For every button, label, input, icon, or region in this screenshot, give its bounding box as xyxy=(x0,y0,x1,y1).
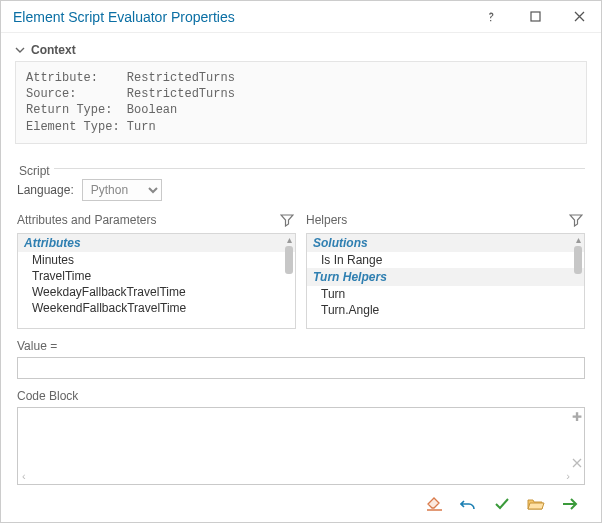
ctx-lbl-element-type: Element Type: xyxy=(26,120,120,134)
horizontal-scrollbar[interactable]: ‹ › xyxy=(22,470,570,482)
svg-rect-0 xyxy=(531,12,540,21)
codeblock-area[interactable]: ✚ ‹ › xyxy=(17,407,585,485)
check-icon xyxy=(494,496,510,512)
close-button[interactable] xyxy=(557,1,601,32)
chevron-down-icon xyxy=(15,45,25,55)
value-input[interactable] xyxy=(17,357,585,379)
list-item[interactable]: Turn.Angle xyxy=(307,302,584,318)
erase-button[interactable] xyxy=(425,495,443,513)
context-title: Context xyxy=(31,43,76,57)
language-select[interactable]: Python xyxy=(82,179,162,201)
ctx-val-source: RestrictedTurns xyxy=(127,87,235,101)
scroll-thumb[interactable] xyxy=(285,246,293,274)
attrs-header: Attributes and Parameters xyxy=(17,213,156,227)
codeblock-label: Code Block xyxy=(17,389,585,403)
folder-open-icon xyxy=(527,497,545,511)
helpers-category: Solutions xyxy=(307,234,584,252)
ctx-lbl-attribute: Attribute: xyxy=(26,71,98,85)
plus-icon[interactable]: ✚ xyxy=(572,410,582,424)
scroll-right-icon[interactable]: › xyxy=(566,470,570,482)
ctx-val-return-type: Boolean xyxy=(127,103,177,117)
funnel-icon xyxy=(280,213,294,227)
scroll-up-icon[interactable]: ▴ xyxy=(285,236,293,244)
attrs-filter-button[interactable] xyxy=(278,211,296,229)
scroll-left-icon[interactable]: ‹ xyxy=(22,470,26,482)
script-toolbar xyxy=(17,485,585,519)
undo-icon xyxy=(460,496,476,512)
list-item[interactable]: Minutes xyxy=(18,252,295,268)
helpers-header: Helpers xyxy=(306,213,347,227)
arrow-right-icon xyxy=(562,497,578,511)
helpers-filter-button[interactable] xyxy=(567,211,585,229)
list-item[interactable]: WeekdayFallbackTravelTime xyxy=(18,284,295,300)
funnel-icon xyxy=(569,213,583,227)
helpers-category: Turn Helpers xyxy=(307,268,584,286)
times-icon[interactable] xyxy=(572,458,582,468)
list-item[interactable]: TravelTime xyxy=(18,268,295,284)
validate-button[interactable] xyxy=(493,495,511,513)
context-header[interactable]: Context xyxy=(15,43,587,57)
scroll-thumb[interactable] xyxy=(574,246,582,274)
scrollbar[interactable]: ▴ xyxy=(285,236,293,326)
maximize-button[interactable] xyxy=(513,1,557,32)
value-label: Value = xyxy=(17,339,585,353)
helpers-listbox[interactable]: Solutions Is In Range Turn Helpers Turn … xyxy=(306,233,585,329)
vertical-scrollbar[interactable]: ✚ xyxy=(572,410,582,468)
undo-button[interactable] xyxy=(459,495,477,513)
attrs-category: Attributes xyxy=(18,234,295,252)
export-button[interactable] xyxy=(561,495,579,513)
window-title: Element Script Evaluator Properties xyxy=(13,9,469,25)
ctx-lbl-return-type: Return Type: xyxy=(26,103,112,117)
titlebar: Element Script Evaluator Properties xyxy=(1,1,601,33)
list-item[interactable]: Is In Range xyxy=(307,252,584,268)
language-label: Language: xyxy=(17,183,74,197)
list-item[interactable]: WeekendFallbackTravelTime xyxy=(18,300,295,316)
list-item[interactable]: Turn xyxy=(307,286,584,302)
ctx-val-attribute: RestrictedTurns xyxy=(127,71,235,85)
context-box: Attribute: RestrictedTurns Source: Restr… xyxy=(15,61,587,144)
scrollbar[interactable]: ▴ xyxy=(574,236,582,326)
help-button[interactable] xyxy=(469,1,513,32)
ctx-val-element-type: Turn xyxy=(127,120,156,134)
script-legend: Script xyxy=(15,164,54,178)
ctx-lbl-source: Source: xyxy=(26,87,76,101)
open-button[interactable] xyxy=(527,495,545,513)
scroll-up-icon[interactable]: ▴ xyxy=(574,236,582,244)
eraser-icon xyxy=(426,497,443,511)
attrs-listbox[interactable]: Attributes Minutes TravelTime WeekdayFal… xyxy=(17,233,296,329)
